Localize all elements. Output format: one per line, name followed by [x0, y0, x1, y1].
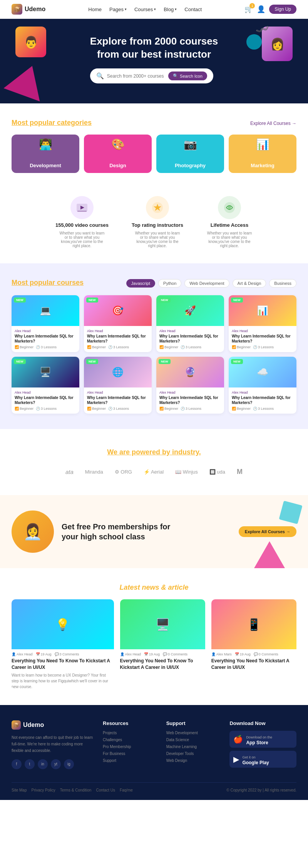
- course-title: Why Learn Intermediate SQL for Marketers…: [15, 395, 76, 405]
- nav-item-blog[interactable]: Blog ▾: [164, 7, 177, 12]
- list-item[interactable]: 📱 👤 Alex Mars 📅 19 Aug 💬 0 Comments Ever…: [211, 599, 296, 690]
- footer-link-web-design[interactable]: Web Design: [166, 758, 222, 763]
- search-button[interactable]: 🔍 Search Icon: [168, 72, 207, 80]
- promo-triangle-decoration: [254, 541, 285, 568]
- course-thumbnail: NEW🌐: [84, 357, 152, 387]
- footer-link-for-business[interactable]: For Business: [103, 752, 159, 756]
- footer-link-terms[interactable]: Terms & Condition: [60, 788, 92, 792]
- signup-button[interactable]: Sign Up: [269, 5, 296, 14]
- tab-web-development[interactable]: Web Development: [184, 279, 229, 288]
- social-icon-facebook[interactable]: f: [12, 759, 22, 769]
- news-title: Latest news & article: [12, 584, 296, 592]
- course-author: Alex Head: [232, 391, 293, 394]
- list-item[interactable]: 🖥️ 👤 Alex Head 📅 19 Aug 💬 0 Comments Eve…: [120, 599, 205, 690]
- stat-desc-rating: Whether you want to learn or to share wh…: [134, 231, 181, 248]
- course-author: Alex Head: [87, 391, 149, 394]
- partner-icon-org: ⚙ ORG: [115, 469, 132, 475]
- cart-icon[interactable]: 🛒 1: [244, 5, 253, 13]
- footer-link-developer-tools[interactable]: Developer Tools: [166, 752, 222, 756]
- social-icon-youtube[interactable]: yt: [51, 759, 61, 769]
- tab-python[interactable]: Python: [158, 279, 181, 288]
- course-lessons: 🕐 3 Lessons: [36, 345, 57, 349]
- new-badge: NEW: [231, 359, 243, 364]
- search-input[interactable]: [107, 73, 165, 79]
- nav-item-home[interactable]: Home: [88, 7, 102, 12]
- course-title: Why Learn Intermediate SQL for Marketers…: [232, 334, 293, 344]
- news-date: 📅 19 Aug: [36, 652, 52, 656]
- footer-link-web-development[interactable]: Web Development: [166, 731, 222, 735]
- categories-explore-link[interactable]: Explore All Courses →: [250, 121, 296, 126]
- partner-logo-uda: 🔲 uda: [209, 469, 225, 475]
- tab-art-design[interactable]: Art & Design: [233, 279, 266, 288]
- hero-section: 👨 👩 〰️ Explore from 2000 courses from ou…: [0, 19, 308, 103]
- nav-item-contact[interactable]: Contact: [184, 7, 202, 12]
- category-card-development[interactable]: 👨‍💻 Development: [12, 135, 79, 173]
- social-icon-twitter[interactable]: t: [25, 759, 35, 769]
- footer-link-sitemap[interactable]: Site Map: [12, 788, 27, 792]
- stat-label-rating: Top rating instructors: [132, 222, 183, 228]
- category-card-marketing[interactable]: 📊 Marketing: [229, 135, 296, 173]
- new-badge: NEW: [159, 298, 171, 303]
- footer-bottom: Site Map Privacy Policy Terms & Conditio…: [12, 782, 296, 792]
- footer-link-pro-membership[interactable]: Pro Membership: [103, 745, 159, 749]
- svg-point-6: [228, 206, 231, 209]
- footer-link-projects[interactable]: Projects: [103, 731, 159, 735]
- news-author: 👤 Alex Mars: [211, 652, 232, 656]
- news-thumbnail: 💡: [12, 599, 114, 649]
- list-item[interactable]: NEW🔮 Alex Head Why Learn Intermediate SQ…: [156, 357, 224, 414]
- list-item[interactable]: NEW💻 Alex Head Why Learn Intermediate SQ…: [12, 295, 79, 352]
- footer-bottom-links: Site Map Privacy Policy Terms & Conditio…: [12, 788, 133, 792]
- footer-link-machine-learning[interactable]: Machine Learning: [166, 745, 222, 749]
- footer-link-privacy[interactable]: Privacy Policy: [31, 788, 55, 792]
- google-play-icon: ▶: [233, 755, 239, 764]
- stat-item-rating: Top rating instructors Whether you want …: [132, 196, 183, 248]
- list-item[interactable]: NEW🖥️ Alex Head Why Learn Intermediate S…: [12, 357, 79, 414]
- course-meta: 📶 Beginner 🕐 3 Lessons: [87, 345, 149, 349]
- list-item[interactable]: NEW🎯 Alex Head Why Learn Intermediate SQ…: [84, 295, 152, 352]
- list-item[interactable]: NEW☁️ Alex Head Why Learn Intermediate S…: [229, 357, 296, 414]
- nav-item-pages[interactable]: Pages ▾: [109, 7, 127, 12]
- explore-all-courses-button[interactable]: Explore All Courses →: [239, 526, 296, 537]
- list-item[interactable]: NEW🚀 Alex Head Why Learn Intermediate SQ…: [156, 295, 224, 352]
- tab-javascript[interactable]: Javascript: [126, 279, 156, 288]
- category-card-design[interactable]: 🎨 Design: [84, 135, 152, 173]
- news-card-title: Everything You Need To Kickstart A Caree…: [211, 658, 296, 671]
- social-icon-instagram[interactable]: ig: [64, 759, 74, 769]
- list-item[interactable]: NEW📊 Alex Head Why Learn Intermediate SQ…: [229, 295, 296, 352]
- footer-link-support[interactable]: Support: [103, 758, 159, 763]
- navbar-logo[interactable]: 📦 Udemo: [12, 4, 45, 15]
- news-date: 📅 19 Aug: [235, 652, 251, 656]
- course-lessons: 🕐 3 Lessons: [36, 407, 57, 411]
- tab-business[interactable]: Business: [269, 279, 296, 288]
- list-item[interactable]: 💡 👤 Alex Head 📅 19 Aug 💬 3 Comments Ever…: [12, 599, 114, 690]
- course-info: Alex Head Why Learn Intermediate SQL for…: [156, 326, 224, 352]
- google-play-button[interactable]: ▶ Get it on Google Play: [229, 751, 296, 768]
- list-item[interactable]: NEW🌐 Alex Head Why Learn Intermediate SQ…: [84, 357, 152, 414]
- navbar-actions: 🛒 1 👤 Sign Up: [244, 5, 296, 14]
- nav-item-courses[interactable]: Courses ▾: [134, 7, 156, 12]
- news-thumbnail: 🖥️: [120, 599, 205, 649]
- partner-icon-m: M: [237, 468, 243, 476]
- footer-link-data-science[interactable]: Data Science: [166, 738, 222, 742]
- course-lessons: 🕐 3 Lessons: [181, 345, 201, 349]
- footer-top: 📦 Udemo Not everyone can afford to quit …: [12, 720, 296, 771]
- navbar-brand-name: Udemo: [25, 6, 45, 13]
- app-store-button[interactable]: 🍎 Download on the App Store: [229, 731, 296, 748]
- logo-icon: 📦: [12, 4, 22, 15]
- social-icon-linkedin[interactable]: in: [38, 759, 48, 769]
- course-level: 📶 Beginner: [159, 407, 178, 411]
- course-meta: 📶 Beginner 🕐 3 Lessons: [87, 407, 149, 411]
- footer-logo: 📦 Udemo: [12, 720, 95, 730]
- footer-link-challenges[interactable]: Challenges: [103, 738, 159, 742]
- course-thumbnail: NEW☁️: [229, 357, 296, 387]
- footer-link-faq[interactable]: Faq/me: [120, 788, 133, 792]
- category-card-photography[interactable]: 📷 Photography: [156, 135, 224, 173]
- user-icon[interactable]: 👤: [257, 5, 265, 13]
- course-level: 📶 Beginner: [87, 345, 106, 349]
- promo-title: Get free Pro memberships for your high s…: [62, 522, 231, 542]
- course-title: Why Learn Intermediate SQL for Marketers…: [232, 395, 293, 405]
- category-label-design: Design: [109, 163, 126, 168]
- new-badge: NEW: [231, 298, 243, 303]
- stats-section: 155,000 video courses Whether you want t…: [0, 188, 308, 263]
- footer-link-contact[interactable]: Contact Us: [96, 788, 115, 792]
